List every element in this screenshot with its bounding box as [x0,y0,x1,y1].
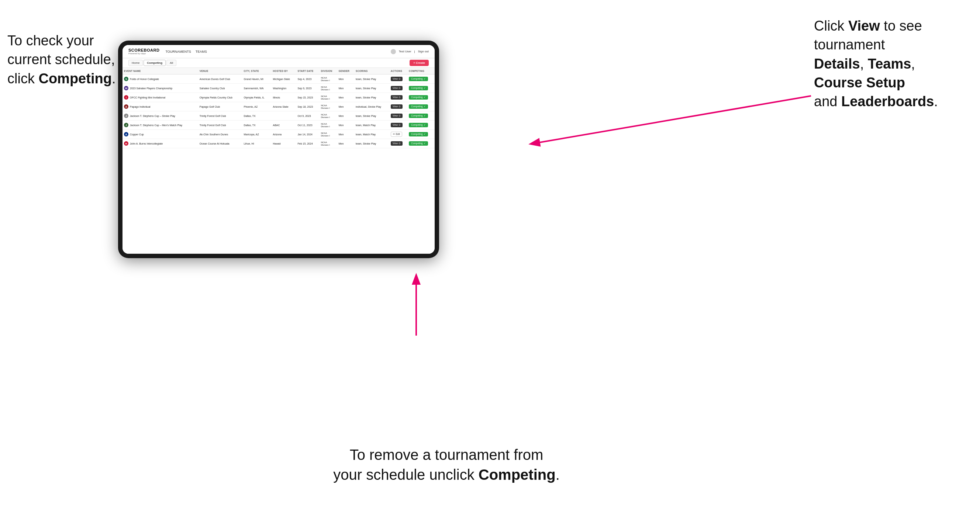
competing-button[interactable]: Competing ✓ [409,86,428,90]
school-logo: J [124,123,129,127]
event-scoring: team, Stroke Play [354,93,389,102]
competing-button[interactable]: Competing ✓ [409,95,428,100]
event-gender: Men [337,130,354,139]
view-button[interactable]: View ⊙ [391,114,402,118]
event-competing: Competing ✓ [407,130,435,139]
school-logo: H [124,141,129,146]
table-row: J Jackson T. Stephens Cup – Stroke Play … [123,111,435,121]
event-venue: Ak-Chin Southern Dunes [198,130,242,139]
event-gender: Men [337,93,354,102]
view-button[interactable]: View ⊙ [391,104,402,109]
view-button[interactable]: View ⊙ [391,95,402,100]
annotation-leaderboards-bold: Leaderboards [841,94,934,109]
tab-competing[interactable]: Competing [143,60,165,66]
event-city-state: Maricopa, AZ [242,130,272,139]
event-city-state: Grand Haven, MI [242,75,272,84]
col-gender: GENDER [337,68,354,75]
view-button[interactable]: View ⊙ [391,123,402,127]
event-hosted-by: Michigan State [272,75,296,84]
event-name-cell: H John A. Burns Intercollegiate [123,139,198,148]
event-scoring: team, Stroke Play [354,111,389,121]
event-hosted-by: ABAC [272,121,296,130]
annotation-top-right: Click View to see tournament Details, Te… [814,17,969,111]
top-nav: SCOREBOARD Powered by clippi TOURNAMENTS… [123,45,435,58]
events-table: EVENT NAME VENUE CITY, STATE HOSTED BY S… [123,68,435,148]
event-scoring: team, Match Play [354,121,389,130]
nav-links: TOURNAMENTS TEAMS [165,50,207,54]
event-division: NCAADivision I [320,121,337,130]
user-name: Test User [399,50,411,53]
table-row: A Papago Individual Papago Golf ClubPhoe… [123,102,435,111]
tab-home[interactable]: Home [129,60,143,66]
competing-button[interactable]: Competing ✓ [409,114,428,118]
annotation-competing-bold: Competing [38,71,111,86]
event-gender: Men [337,75,354,84]
view-button[interactable]: View ⊙ [391,77,402,81]
table-row: A Copper Cup Ak-Chin Southern DunesMaric… [123,130,435,139]
event-start-date: Feb 15, 2024 [296,139,320,148]
events-table-container: EVENT NAME VENUE CITY, STATE HOSTED BY S… [123,68,435,254]
event-name-cell: S Folds of Honor Collegiate [123,75,198,84]
event-gender: Men [337,111,354,121]
event-scoring: individual, Stroke Play [354,102,389,111]
table-row: J Jackson T. Stephens Cup – Men's Match … [123,121,435,130]
user-icon [391,49,396,54]
view-button[interactable]: View ⊙ [391,86,402,90]
event-name-cell: A Papago Individual [123,102,198,111]
competing-button[interactable]: Competing ✓ [409,132,428,137]
event-name: Jackson T. Stephens Cup – Stroke Play [130,115,175,117]
competing-button[interactable]: Competing ✓ [409,104,428,109]
annotation-bottom: To remove a tournament from your schedul… [317,445,576,484]
competing-button[interactable]: Competing ✓ [409,141,428,146]
event-division: NCAADivision I [320,130,337,139]
event-scoring: team, Match Play [354,130,389,139]
event-division: NCAADivision I [320,139,337,148]
event-city-state: Dallas, TX [242,121,272,130]
table-row: W 2023 Sahalee Players Championship Saha… [123,84,435,93]
col-competing: COMPETING [407,68,435,75]
event-name-cell: A Copper Cup [123,130,198,139]
annotation-view-bold: View [848,18,880,33]
scoreboard-title: SCOREBOARD [129,48,159,52]
event-city-state: Sammamish, WA [242,84,272,93]
event-name: John A. Burns Intercollegiate [130,142,163,145]
tablet-device: SCOREBOARD Powered by clippi TOURNAMENTS… [118,41,439,258]
school-logo: I [124,95,129,100]
col-division: DIVISION [320,68,337,75]
event-division: NCAADivision I [320,102,337,111]
table-row: I OFCC Fighting Illini Invitational Olym… [123,93,435,102]
event-name-cell: J Jackson T. Stephens Cup – Stroke Play [123,111,198,121]
nav-tournaments[interactable]: TOURNAMENTS [165,50,191,54]
school-logo: S [124,77,129,81]
col-venue: VENUE [198,68,242,75]
competing-button[interactable]: Competing ✓ [409,123,428,127]
event-city-state: Dallas, TX [242,111,272,121]
event-competing: Competing ✓ [407,111,435,121]
event-gender: Men [337,102,354,111]
sub-nav: Home Competing All + Create [123,58,435,68]
nav-divider: | [414,50,415,53]
nav-teams[interactable]: TEAMS [196,50,207,54]
event-name: Papago Individual [130,105,151,108]
competing-button[interactable]: Competing ✓ [409,77,428,81]
create-button[interactable]: + Create [410,60,429,66]
event-name: 2023 Sahalee Players Championship [130,87,172,90]
event-name-cell: W 2023 Sahalee Players Championship [123,84,198,93]
event-city-state: Lihue, HI [242,139,272,148]
event-name: Folds of Honor Collegiate [130,78,159,80]
view-button[interactable]: View ⊙ [391,141,402,146]
school-logo: A [124,104,129,109]
event-start-date: Sep 4, 2023 [296,75,320,84]
col-city-state: CITY, STATE [242,68,272,75]
event-name: Copper Cup [130,133,144,136]
event-competing: Competing ✓ [407,139,435,148]
edit-button[interactable]: ✏ Edit [391,132,402,137]
event-division: NCAADivision I [320,84,337,93]
event-hosted-by: Arizona [272,130,296,139]
event-actions: View ⊙ [389,93,407,102]
event-start-date: Sep 9, 2023 [296,84,320,93]
event-division: NCAADivision I [320,93,337,102]
event-competing: Competing ✓ [407,121,435,130]
tab-all[interactable]: All [166,60,177,66]
sign-out-link[interactable]: Sign out [418,50,429,53]
